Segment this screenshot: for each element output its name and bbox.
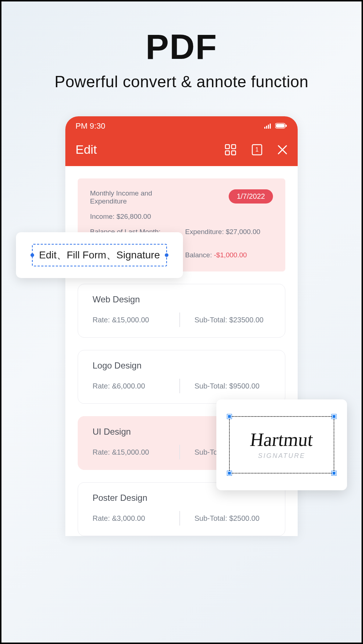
close-icon[interactable] — [277, 145, 287, 155]
subtotal-value: $9500.00 — [229, 382, 259, 390]
subtotal-label: Sub-Total: — [195, 514, 227, 522]
income-value: $26,800.00 — [117, 213, 151, 220]
line-item-card[interactable]: Poster Design Rate: &3,000.00 Sub-Total:… — [78, 482, 285, 536]
status-time: PM 9:30 — [76, 121, 105, 131]
balance-value: -$1,000.00 — [214, 251, 247, 259]
resize-handle-tr[interactable] — [332, 414, 336, 419]
line-item-card[interactable]: Logo Design Rate: &6,000.00 Sub-Total: $… — [78, 350, 285, 404]
svg-rect-1 — [266, 126, 267, 129]
line-item-title: Poster Design — [93, 493, 270, 503]
subtotal-label: Sub-Total: — [195, 382, 227, 390]
line-item-card[interactable]: Web Design Rate: &15,000.00 Sub-Total: $… — [78, 284, 285, 338]
balance-label: Balance: — [185, 251, 212, 259]
line-item-title: Logo Design — [93, 361, 270, 371]
divider — [179, 379, 180, 393]
divider — [179, 445, 180, 459]
svg-rect-0 — [264, 127, 265, 129]
selection-handle-right[interactable] — [165, 253, 168, 257]
text-selection-box[interactable]: Edit、Fill Form、Signature — [32, 244, 167, 266]
subtotal-value: $2500.00 — [229, 514, 259, 522]
summary-title: Monthly Income and Expenditure — [90, 189, 178, 205]
resize-handle-tl[interactable] — [227, 414, 232, 419]
rate-label: Rate: — [93, 316, 110, 324]
grid-view-icon[interactable] — [224, 144, 237, 156]
subheadline: Powerful convert & annote function — [1, 73, 362, 91]
signature-label: SIGNATURE — [258, 452, 306, 460]
expenditure-value: $27,000.00 — [226, 228, 260, 236]
signal-icon — [264, 121, 272, 131]
rate-label: Rate: — [93, 382, 110, 390]
line-item-title: Web Design — [93, 294, 270, 305]
text-selection-callout: Edit、Fill Form、Signature — [16, 232, 183, 278]
appbar-title: Edit — [76, 142, 97, 157]
svg-rect-5 — [276, 124, 285, 128]
divider — [179, 313, 180, 327]
svg-rect-8 — [232, 145, 236, 149]
svg-rect-7 — [225, 145, 229, 149]
selected-text: Edit、Fill Form、Signature — [39, 249, 160, 261]
signature-script: Hartmut — [249, 430, 314, 449]
signature-callout: Hartmut SIGNATURE — [216, 399, 347, 490]
rate-value: &15,000.00 — [112, 316, 149, 324]
income-label: Income: — [90, 213, 115, 220]
svg-rect-9 — [225, 151, 229, 155]
page-view-icon[interactable]: 1 — [251, 144, 263, 156]
svg-rect-2 — [268, 125, 269, 129]
resize-handle-bl[interactable] — [227, 471, 232, 475]
page-number-badge: 1 — [256, 146, 259, 153]
expenditure-label: Expenditure: — [185, 228, 224, 236]
rate-value: &15,000.00 — [112, 448, 149, 456]
date-badge[interactable]: 1/7/2022 — [229, 189, 273, 204]
rate-label: Rate: — [93, 448, 110, 456]
headline: PDF — [1, 27, 362, 67]
status-bar: PM 9:30 — [65, 116, 298, 136]
resize-handle-br[interactable] — [332, 471, 336, 475]
subtotal-label: Sub-Total: — [195, 316, 227, 324]
divider — [179, 511, 180, 526]
rate-label: Rate: — [93, 514, 110, 522]
svg-rect-10 — [232, 151, 236, 155]
app-bar: Edit 1 — [65, 136, 298, 166]
rate-value: &6,000.00 — [112, 382, 145, 390]
battery-icon — [275, 121, 287, 131]
subtotal-value: $23500.00 — [229, 316, 264, 324]
svg-rect-6 — [286, 125, 287, 127]
selection-handle-left[interactable] — [30, 253, 34, 257]
signature-selection-box[interactable]: Hartmut SIGNATURE — [229, 416, 334, 474]
rate-value: &3,000.00 — [112, 514, 145, 522]
svg-rect-3 — [270, 124, 271, 129]
